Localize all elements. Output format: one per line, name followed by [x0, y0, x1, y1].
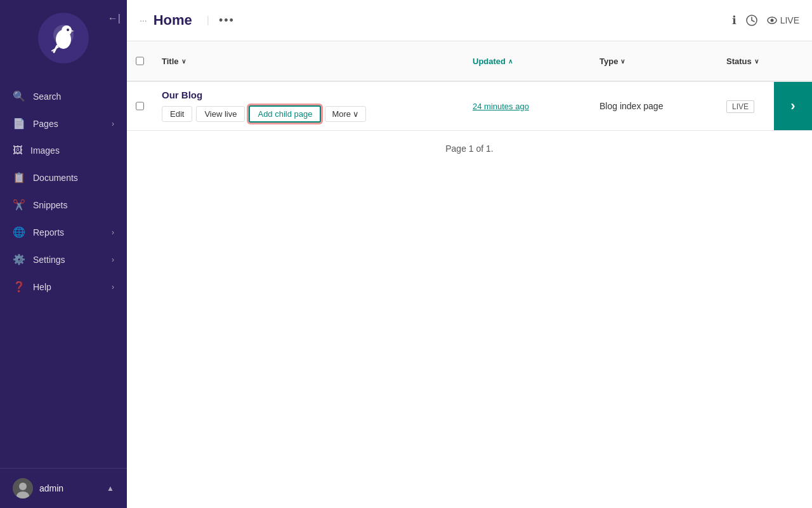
sidebar-item-search[interactable]: 🔍 Search [0, 83, 127, 110]
svg-point-4 [67, 29, 69, 31]
title-divider: | [207, 15, 209, 26]
table-row: Our Blog Edit View live Add child page M… [127, 82, 812, 131]
svg-point-3 [62, 25, 72, 36]
title-sort-icon: ∨ [181, 58, 186, 65]
info-icon[interactable]: ℹ [732, 13, 737, 27]
sidebar-item-settings-label: Settings [33, 255, 65, 265]
title-column-label: Title [162, 57, 179, 66]
documents-icon: 📋 [13, 171, 25, 184]
more-actions-button[interactable]: More ∨ [325, 106, 366, 122]
collapse-sidebar-button[interactable]: ←| [108, 13, 121, 24]
snippets-icon: ✂️ [13, 199, 25, 211]
history-clock-icon [746, 15, 757, 26]
sidebar-item-pages[interactable]: 📄 Pages › [0, 110, 127, 137]
images-icon: 🖼 [13, 145, 23, 156]
select-all-checkbox[interactable] [136, 56, 144, 66]
settings-icon: ⚙️ [13, 253, 25, 265]
expand-row-button[interactable]: › [774, 82, 812, 130]
sidebar-item-images[interactable]: 🖼 Images [0, 137, 127, 164]
reports-icon: 🌐 [13, 226, 25, 238]
column-header-type[interactable]: Type ∨ [590, 46, 717, 76]
sidebar-item-reports-label: Reports [33, 227, 64, 237]
reports-arrow-icon: › [112, 228, 114, 237]
sidebar-item-documents-label: Documents [33, 173, 78, 183]
main-content: ··· Home | ••• ℹ LIVE [127, 0, 812, 508]
history-icon[interactable] [746, 15, 757, 26]
add-child-page-button[interactable]: Add child page [249, 105, 321, 123]
sidebar-item-reports[interactable]: 🌐 Reports › [0, 218, 127, 246]
user-menu-arrow-icon: ▲ [107, 484, 114, 493]
updated-sort-icon: ∧ [508, 58, 513, 65]
row-checkbox[interactable] [136, 101, 144, 111]
logo-circle [38, 13, 89, 64]
live-button[interactable]: LIVE [767, 15, 799, 25]
sidebar-item-documents[interactable]: 📋 Documents [0, 164, 127, 191]
row-checkbox-cell [127, 91, 152, 121]
sidebar-nav: 🔍 Search 📄 Pages › 🖼 Images 📋 Documents … [0, 76, 127, 468]
topbar: ··· Home | ••• ℹ LIVE [127, 0, 812, 41]
row-updated-cell: 24 minutes ago [463, 92, 590, 121]
sidebar: ←| 🔍 Search 📄 Pages › 🖼 Images 📋 Documen… [0, 0, 127, 508]
username-label: admin [39, 483, 63, 493]
sidebar-item-help-label: Help [33, 282, 51, 292]
eye-icon [767, 15, 777, 25]
sidebar-item-help[interactable]: ❓ Help › [0, 273, 127, 300]
edit-button[interactable]: Edit [162, 106, 192, 122]
sidebar-item-pages-label: Pages [33, 119, 58, 129]
select-all-cell [127, 46, 152, 76]
sidebar-item-snippets-label: Snippets [33, 200, 67, 210]
sidebar-item-images-label: Images [30, 145, 60, 156]
column-header-updated[interactable]: Updated ∧ [463, 46, 590, 76]
settings-arrow-icon: › [112, 255, 114, 264]
help-icon: ❓ [13, 281, 25, 293]
table-header-row: Title ∨ Updated ∧ Type ∨ Status ∨ [127, 41, 812, 82]
column-header-title[interactable]: Title ∨ [152, 46, 463, 76]
live-label: LIVE [780, 15, 799, 25]
pages-icon: 📄 [13, 117, 25, 130]
page-name-label: Our Blog [162, 90, 454, 100]
avatar [13, 478, 33, 498]
sidebar-item-snippets[interactable]: ✂️ Snippets [0, 191, 127, 218]
topbar-actions: ℹ LIVE [732, 13, 799, 27]
status-sort-icon: ∨ [754, 58, 759, 65]
sidebar-item-search-label: Search [33, 91, 61, 102]
updated-timestamp[interactable]: 24 minutes ago [473, 102, 529, 111]
pagination-info: Page 1 of 1. [127, 131, 812, 166]
breadcrumb-nav-icon[interactable]: ··· [140, 15, 147, 25]
search-icon: 🔍 [13, 90, 25, 102]
svg-point-9 [19, 483, 27, 490]
wagtail-logo-icon [44, 19, 82, 57]
user-profile-footer[interactable]: admin ▲ [0, 468, 127, 508]
type-column-label: Type [599, 57, 618, 66]
status-badge: LIVE [726, 100, 754, 113]
page-actions-more-icon[interactable]: ••• [219, 14, 235, 27]
page-title: Home [154, 12, 192, 29]
row-title-cell: Our Blog Edit View live Add child page M… [152, 82, 463, 130]
sidebar-item-settings[interactable]: ⚙️ Settings › [0, 246, 127, 273]
avatar-image [13, 478, 33, 498]
updated-column-label: Updated [473, 57, 506, 66]
row-type-cell: Blog index page [590, 91, 717, 121]
column-header-status[interactable]: Status ∨ [717, 46, 812, 76]
type-sort-icon: ∨ [620, 58, 625, 65]
more-label: More [332, 109, 351, 119]
pages-table: Title ∨ Updated ∧ Type ∨ Status ∨ Our Bl… [127, 41, 812, 508]
help-arrow-icon: › [112, 283, 114, 291]
svg-point-13 [770, 19, 773, 22]
pages-arrow-icon: › [112, 119, 114, 128]
view-live-button[interactable]: View live [196, 106, 245, 122]
more-chevron-icon: ∨ [353, 109, 359, 119]
pagination-label: Page 1 of 1. [445, 144, 494, 154]
row-actions: Edit View live Add child page More ∨ [162, 105, 454, 123]
sidebar-logo-area: ←| [0, 0, 127, 76]
status-column-label: Status [726, 57, 752, 66]
